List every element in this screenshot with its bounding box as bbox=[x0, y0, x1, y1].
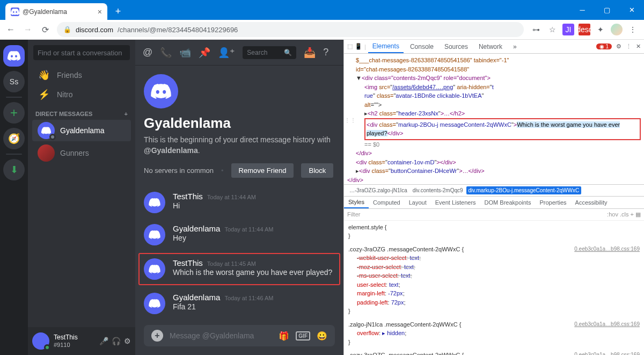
dm-gyaldenlama[interactable]: Gyaldenlama bbox=[32, 120, 131, 141]
url-path: /channels/@me/823445480419229696 bbox=[118, 26, 238, 34]
inspect-icon[interactable]: ⬚ bbox=[347, 43, 353, 50]
friends-nav[interactable]: 👋Friends bbox=[32, 66, 131, 84]
server-ss[interactable]: Ss bbox=[3, 71, 25, 92]
add-server-button[interactable]: + bbox=[3, 102, 25, 124]
window-titlebar: @Gyaldenlama × + ─ ▢ ✕ bbox=[0, 0, 644, 20]
message-avatar bbox=[144, 258, 165, 280]
tab-layout[interactable]: Layout bbox=[405, 197, 431, 208]
chat-title: Gyaldenlama bbox=[144, 115, 335, 132]
tab-computed[interactable]: Computed bbox=[369, 197, 405, 208]
menu-icon[interactable]: ⋮ bbox=[627, 24, 639, 35]
user-tag: #9110 bbox=[54, 342, 95, 349]
tab-listeners[interactable]: Event Listeners bbox=[431, 197, 480, 208]
browser-tab[interactable]: @Gyaldenlama × bbox=[5, 3, 107, 20]
create-dm-button[interactable]: + bbox=[125, 111, 128, 117]
styles-panel[interactable]: element.style {}0.eeb3c0a1a…b98.css:169.… bbox=[344, 221, 644, 356]
add-friend-icon[interactable]: 👤⁺ bbox=[218, 47, 235, 59]
menu-icon[interactable]: ⋮ bbox=[626, 43, 632, 50]
settings-icon[interactable]: ⚙ bbox=[616, 43, 621, 50]
device-icon[interactable]: 📱 bbox=[355, 43, 362, 50]
message-time: Today at 11:46 AM bbox=[224, 295, 273, 301]
error-badge[interactable]: ◉ 1 bbox=[596, 44, 612, 49]
tab-elements[interactable]: Elements bbox=[368, 40, 404, 53]
user-avatar[interactable] bbox=[32, 332, 49, 350]
server-list: Ss + 🧭 ⬇ bbox=[0, 40, 28, 355]
message[interactable]: GyaldenlamaToday at 11:44 AMHey bbox=[144, 221, 335, 249]
breadcrumb[interactable]: …-3raOZG.zalgo-jN1Ica div.contents-2mQqc… bbox=[344, 184, 644, 196]
download-button[interactable]: ⬇ bbox=[3, 159, 25, 180]
user-name: TestThis bbox=[54, 334, 95, 341]
explore-button[interactable]: 🧭 bbox=[3, 128, 25, 149]
pin-icon[interactable]: 📌 bbox=[199, 47, 210, 59]
search-icon: 🔍 bbox=[284, 49, 292, 56]
tab-breakpoints[interactable]: DOM Breakpoints bbox=[480, 197, 536, 208]
tab-network[interactable]: Network bbox=[474, 41, 507, 53]
more-tabs[interactable]: » bbox=[509, 41, 521, 53]
tab-accessibility[interactable]: Accessibility bbox=[571, 197, 612, 208]
help-icon[interactable]: ? bbox=[323, 47, 328, 58]
mute-icon[interactable]: 🎤 bbox=[99, 337, 108, 345]
lock-icon: 🔒 bbox=[63, 26, 71, 33]
nitro-nav[interactable]: ⚡Nitro bbox=[32, 85, 131, 104]
block-button[interactable]: Block bbox=[301, 163, 333, 178]
tab-sources[interactable]: Sources bbox=[440, 41, 472, 53]
chat-area: @ 📞 📹 📌 👤⁺ Search🔍 📥 ? Gyaldenlama This … bbox=[135, 40, 343, 355]
home-button[interactable] bbox=[3, 45, 25, 67]
attach-button[interactable]: + bbox=[151, 330, 163, 342]
devtools: ⬚ 📱 | Elements Console Sources Network »… bbox=[343, 40, 644, 355]
maximize-button[interactable]: ▢ bbox=[595, 0, 619, 20]
extensions-icon[interactable]: ✦ bbox=[595, 24, 606, 35]
drag-handle[interactable]: ⋮⋮⋮ bbox=[344, 117, 356, 123]
dm-header: DIRECT MESSAGES+ bbox=[28, 104, 135, 119]
deafen-icon[interactable]: 🎧 bbox=[112, 337, 121, 345]
discord-favicon bbox=[11, 8, 19, 16]
dm-gunners[interactable]: Gunners bbox=[32, 142, 131, 164]
chat-search[interactable]: Search🔍 bbox=[243, 46, 296, 59]
bookmark-icon[interactable]: ☆ bbox=[546, 24, 558, 35]
tab-title: @Gyaldenlama bbox=[23, 8, 67, 16]
close-tab-icon[interactable]: × bbox=[98, 8, 102, 16]
tab-styles[interactable]: Styles bbox=[344, 197, 369, 208]
remove-friend-button[interactable]: Remove Friend bbox=[231, 163, 294, 178]
message[interactable]: GyaldenlamaToday at 11:46 AMFifa 21 bbox=[144, 289, 335, 317]
emoji-icon[interactable]: 😀 bbox=[317, 331, 327, 341]
message[interactable]: TestThisToday at 11:44 AMHi bbox=[144, 189, 335, 216]
settings-icon[interactable]: ⚙ bbox=[124, 337, 131, 345]
avatar bbox=[38, 144, 55, 162]
chat-description: This is the beginning of your direct mes… bbox=[144, 135, 335, 156]
video-icon[interactable]: 📹 bbox=[179, 47, 191, 59]
message-text: Fifa 21 bbox=[173, 302, 335, 311]
dom-tree[interactable]: $___chat-messages-826338874850541586" ta… bbox=[344, 54, 644, 184]
conversation-search[interactable]: Find or start a conversation bbox=[33, 45, 130, 60]
back-button[interactable]: ← bbox=[5, 25, 16, 34]
tab-console[interactable]: Console bbox=[406, 41, 438, 53]
extension-1[interactable]: JI bbox=[562, 24, 574, 35]
close-devtools[interactable]: ✕ bbox=[636, 43, 641, 50]
forward-button[interactable]: → bbox=[23, 25, 33, 34]
call-icon[interactable]: 📞 bbox=[160, 47, 172, 59]
minimize-button[interactable]: ─ bbox=[570, 0, 595, 20]
message[interactable]: TestThisToday at 11:45 AMWhich is the wo… bbox=[138, 253, 340, 285]
reload-button[interactable]: ⟳ bbox=[40, 25, 50, 35]
dm-column: Find or start a conversation 👋Friends ⚡N… bbox=[28, 40, 135, 355]
message-text: Hi bbox=[173, 201, 335, 210]
inbox-icon[interactable]: 📥 bbox=[304, 47, 316, 59]
style-tabs: Styles Computed Layout Event Listeners D… bbox=[344, 196, 644, 209]
nitro-icon: ⚡ bbox=[38, 89, 50, 100]
key-icon[interactable]: ⊶ bbox=[530, 24, 542, 35]
message-input[interactable]: + Message @Gyaldenlama 🎁GIF😀 bbox=[144, 325, 335, 346]
message-avatar bbox=[144, 224, 165, 245]
profile-avatar[interactable] bbox=[611, 24, 623, 35]
close-window-button[interactable]: ✕ bbox=[619, 0, 644, 20]
gift-icon[interactable]: 🎁 bbox=[279, 331, 289, 341]
friends-icon: 👋 bbox=[38, 69, 50, 81]
address-bar: ← → ⟳ 🔒 discord.com/channels/@me/8234454… bbox=[0, 20, 644, 40]
url-input[interactable]: 🔒 discord.com/channels/@me/8234454804192… bbox=[57, 22, 524, 37]
no-servers-text: No servers in common bbox=[144, 166, 214, 175]
message-avatar bbox=[144, 293, 165, 314]
tab-properties[interactable]: Properties bbox=[535, 197, 570, 208]
filter-input[interactable]: Filter bbox=[347, 211, 360, 218]
new-tab-button[interactable]: + bbox=[111, 4, 126, 19]
extension-2[interactable]: desc bbox=[579, 24, 590, 35]
gif-button[interactable]: GIF bbox=[296, 331, 310, 340]
